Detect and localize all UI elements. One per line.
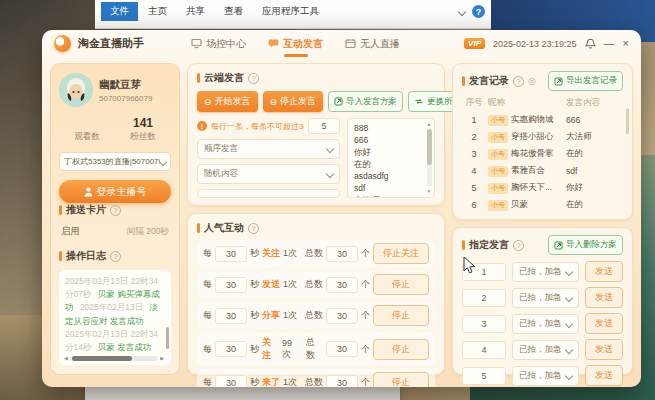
send-button[interactable]: 发送 (585, 287, 623, 308)
send-button[interactable]: 发送 (585, 365, 623, 386)
total-input[interactable]: 30 (326, 246, 358, 262)
stat-label: 观看数 (59, 131, 115, 143)
designated-option-select[interactable]: 已拍，加急 (512, 262, 579, 282)
scroll-thumb[interactable] (427, 129, 432, 165)
chevron-down-icon (565, 345, 573, 353)
scroll-thumb[interactable] (72, 356, 132, 361)
scroll-up-icon[interactable]: ▲ (427, 121, 432, 128)
stop-button[interactable]: 停止关注 (373, 243, 429, 264)
designated-row: 1 已拍，加急 发送 (462, 261, 623, 282)
designated-no-input[interactable]: 5 (462, 367, 506, 385)
scroll-right-icon[interactable]: ▶ (160, 356, 164, 361)
explorer-menu-apptools[interactable]: 应用程序工具 (253, 2, 328, 21)
stat-viewers: 观看数 (59, 116, 115, 143)
push-enable-toggle[interactable]: 启用 (61, 225, 80, 238)
explorer-menu-home[interactable]: 主页 (139, 2, 176, 21)
import-plan-button[interactable]: 导入发言方案 (328, 91, 403, 112)
stat-label: 粉丝数 (115, 131, 171, 143)
stop-button[interactable]: 停止 (373, 274, 429, 295)
action-label: 来了 (262, 376, 280, 387)
total-input[interactable]: 30 (326, 308, 358, 324)
operation-log[interactable]: ◀ ▶ 2025年02月13日 22时34分07秒 贝蒙 购买弹幕成功 2025… (59, 270, 171, 365)
chevron-down-icon (565, 293, 573, 301)
export-record-button[interactable]: 导出发言记录 (548, 71, 623, 91)
scroll-track[interactable] (427, 129, 432, 187)
explorer-help-icon[interactable]: ? (472, 5, 485, 18)
account-badge: 小号 (488, 166, 508, 177)
scroll-left-icon[interactable]: ◀ (64, 356, 68, 361)
import-delete-plan-button[interactable]: 导入删除方案 (548, 235, 623, 255)
record-no: 5 (464, 183, 484, 193)
interval-input[interactable]: 30 (215, 277, 247, 293)
log-horizontal-scrollbar[interactable]: ◀ ▶ (64, 355, 164, 362)
login-anchor-button[interactable]: 登录主播号 (59, 180, 171, 203)
tab-scene-control[interactable]: 场控中心 (191, 30, 246, 57)
designated-rows: 1 已拍，加急 发送 2 已拍，加急 (462, 261, 623, 386)
scroll-track[interactable] (70, 356, 158, 361)
record-nick: 素雅百合 (511, 165, 545, 177)
designated-option-select[interactable]: 已拍，加急 (512, 340, 579, 360)
account-badge: 小号 (488, 149, 508, 160)
designated-option-select[interactable]: 已拍，加急 (512, 314, 579, 334)
designated-option-select[interactable]: 已拍，加急 (512, 288, 579, 308)
room-select[interactable]: 丁权武5353的直播|507007966079 (59, 152, 171, 171)
stop-speech-button[interactable]: ⊖ 停止发言 (263, 91, 324, 112)
explorer-menu-view[interactable]: 查看 (215, 2, 252, 21)
help-icon[interactable]: ? (110, 251, 121, 262)
action-label: 关注 (262, 336, 279, 362)
designated-no-input[interactable]: 3 (462, 315, 506, 333)
explorer-menu-file[interactable]: 文件 (101, 2, 138, 21)
help-icon[interactable]: ? (110, 205, 121, 216)
label-seconds: 秒 (250, 376, 259, 387)
send-button[interactable]: 发送 (585, 261, 623, 282)
room-select-value: 丁权武5353的直播|507007966079 (64, 156, 160, 167)
popularity-row: 每 30 秒 关注 1次 总数 30 个 停止关注 (197, 240, 435, 267)
settings-icon[interactable]: ◎ (528, 77, 536, 86)
total-input[interactable]: 30 (326, 277, 358, 293)
log-entry: 2025年02月13日 (80, 302, 143, 312)
interval-input[interactable]: 30 (215, 246, 247, 262)
listbox-scrollbar[interactable]: ▲ ▼ (425, 120, 433, 196)
start-speech-button[interactable]: ⊖ 开始发言 (197, 91, 258, 112)
order-select[interactable]: 顺序发言 (197, 139, 340, 159)
tab-unmanned-live[interactable]: 无人直播 (345, 30, 400, 57)
minimize-button[interactable]: — (604, 38, 615, 49)
help-icon[interactable]: ? (248, 73, 259, 84)
speech-count-input[interactable]: 5 (308, 118, 340, 134)
total-input[interactable]: 30 (326, 341, 358, 357)
help-icon[interactable]: ? (513, 76, 524, 87)
scroll-down-icon[interactable]: ▼ (427, 188, 432, 195)
speech-listbox[interactable]: ▲ ▼ 888 666 你好 在的 asdasdf (347, 118, 435, 198)
tab-interactive-speech[interactable]: 互动发言 (268, 30, 323, 57)
speech-textarea[interactable] (197, 189, 340, 198)
total-input[interactable]: 30 (326, 375, 358, 388)
stop-button[interactable]: 停止 (373, 372, 429, 387)
chevron-down-icon (326, 170, 334, 178)
log-vertical-scrollbar[interactable] (166, 327, 169, 349)
content-mode-select[interactable]: 随机内容 (197, 164, 340, 184)
stop-button[interactable]: 停止 (373, 305, 429, 326)
chevron-down-icon[interactable] (458, 7, 466, 15)
login-anchor-label: 登录主播号 (97, 185, 147, 199)
label-unit: 个 (361, 247, 370, 260)
label-seconds: 秒 (250, 247, 259, 260)
bell-icon[interactable] (585, 38, 596, 50)
send-button[interactable]: 发送 (585, 313, 623, 334)
help-icon[interactable]: ? (513, 240, 524, 251)
explorer-menu-share[interactable]: 共享 (177, 2, 214, 21)
circle-icon: ⊖ (270, 97, 278, 107)
stop-button[interactable]: 停止 (373, 339, 429, 360)
send-button[interactable]: 发送 (585, 339, 623, 360)
times-label: 1次 (283, 247, 297, 260)
interval-input[interactable]: 30 (215, 308, 247, 324)
designated-option-select[interactable]: 已拍，加急 (512, 366, 579, 386)
record-no: 6 (464, 200, 484, 210)
help-icon[interactable]: ? (248, 223, 259, 234)
record-scrollbar[interactable] (626, 108, 629, 134)
interval-input[interactable]: 30 (215, 375, 247, 388)
popularity-rows: 每 30 秒 关注 1次 总数 30 个 停止关注 (197, 240, 435, 387)
designated-no-input[interactable]: 2 (462, 289, 506, 307)
close-button[interactable]: × (623, 38, 629, 49)
interval-input[interactable]: 30 (215, 341, 247, 357)
designated-no-input[interactable]: 4 (462, 341, 506, 359)
